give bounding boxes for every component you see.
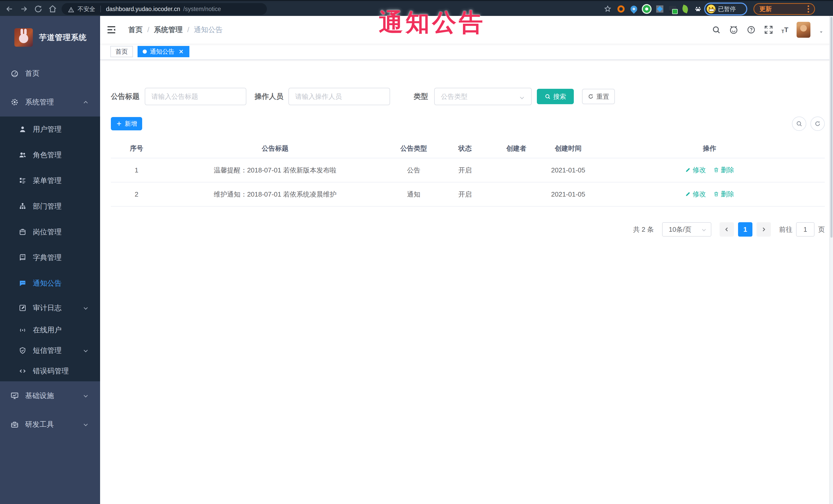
goto-page-input[interactable] (796, 222, 814, 237)
browser-forward-icon[interactable] (20, 5, 28, 13)
filter-title-input[interactable] (151, 93, 240, 101)
prev-page-button[interactable] (719, 222, 734, 237)
toggle-search-button[interactable] (792, 117, 806, 131)
page-unit-label: 页 (818, 225, 825, 234)
breadcrumb-separator: / (187, 26, 189, 34)
table-row: 1温馨提醒：2018-07-01 若依新版本发布啦公告开启2021-01-05修… (111, 158, 825, 182)
cell-status: 开启 (439, 182, 491, 206)
orange-ring-extension-icon[interactable] (617, 5, 625, 13)
paw-extension-icon[interactable] (694, 5, 702, 13)
app-logo[interactable]: 芋道管理系统 (0, 16, 100, 59)
search-icon[interactable] (712, 25, 721, 34)
cell-creator (491, 158, 542, 182)
filter-title-label: 公告标题 (111, 92, 140, 101)
gear-icon (10, 98, 19, 106)
sidebar-item-label: 用户管理 (33, 124, 62, 134)
breadcrumb-item-2[interactable]: 系统管理 (154, 25, 183, 34)
goto-label: 前往 (779, 225, 792, 234)
blue-diamond-extension-icon[interactable] (656, 5, 663, 13)
pencil-icon (685, 191, 691, 197)
sidebar-item-9[interactable]: 通知公告 (0, 270, 100, 296)
avatar[interactable] (796, 22, 810, 38)
proxy-switch-extension-icon[interactable] (669, 6, 676, 12)
sidebar-item-label: 首页 (25, 69, 40, 78)
delete-link[interactable]: 删除 (713, 190, 734, 199)
sidebar-item-2[interactable]: 系统管理 (0, 88, 100, 117)
cell-created: 2021-01-05 (542, 182, 594, 206)
refresh-table-button[interactable] (810, 117, 825, 131)
browser-profile-chip[interactable]: 已暂停 (704, 3, 747, 16)
sidebar-item-10[interactable]: 审计日志 (0, 296, 100, 320)
close-icon[interactable] (178, 48, 184, 55)
fullscreen-icon[interactable] (764, 25, 773, 34)
sidebar-nav: 首页系统管理用户管理角色管理菜单管理部门管理岗位管理字典管理通知公告审计日志在线… (0, 59, 100, 439)
breadcrumb-separator: / (147, 26, 149, 34)
reset-button[interactable]: 重置 (582, 89, 615, 104)
breadcrumb-item-1[interactable]: 首页 (128, 25, 143, 34)
tab-2[interactable]: 通知公告 (138, 46, 189, 57)
reset-button-label: 重置 (596, 92, 609, 101)
security-label[interactable]: 不安全 (77, 5, 95, 13)
browser-back-icon[interactable] (5, 5, 14, 13)
gauge-icon (10, 69, 19, 78)
edit-link[interactable]: 修改 (685, 190, 706, 199)
browser-update-button[interactable]: 更新 (754, 3, 815, 15)
sidebar-item-5[interactable]: 菜单管理 (0, 168, 100, 193)
table-column-header-6: 创建时间 (542, 139, 594, 158)
online-users-icon (19, 326, 27, 334)
filter-operator-input[interactable] (295, 93, 383, 101)
scrollbar-thumb[interactable] (830, 17, 832, 238)
sidebar-item-label: 在线用户 (33, 325, 62, 335)
sidebar-item-14[interactable]: 基础设施 (0, 381, 100, 410)
toolbox-icon (10, 420, 19, 429)
page-scrollbar[interactable] (829, 16, 833, 504)
sidebar-item-label: 审计日志 (33, 303, 62, 313)
breadcrumb-item-3: 通知公告 (194, 25, 223, 34)
notice-table: 序号公告标题公告类型状态创建者创建时间操作 1温馨提醒：2018-07-01 若… (111, 139, 825, 207)
current-page-button[interactable]: 1 (738, 222, 753, 237)
bookmark-star-icon[interactable] (603, 5, 612, 13)
sidebar-item-3[interactable]: 用户管理 (0, 117, 100, 142)
help-icon[interactable] (746, 25, 756, 34)
filter-type-placeholder: 公告类型 (441, 92, 468, 101)
sidebar-item-8[interactable]: 字典管理 (0, 245, 100, 270)
sidebar-item-13[interactable]: 错误码管理 (0, 361, 100, 381)
blue-drop-extension-icon[interactable] (629, 4, 639, 14)
sidebar-collapse-icon[interactable] (106, 25, 117, 35)
browser-reload-icon[interactable] (34, 5, 43, 13)
sidebar-item-1[interactable]: 首页 (0, 59, 100, 88)
user-menu-caret-icon[interactable] (818, 27, 824, 32)
url-bar[interactable]: 不安全 dashboard.yudao.iocoder.cn /system/n… (62, 3, 267, 15)
sidebar-item-4[interactable]: 角色管理 (0, 142, 100, 168)
pagination-total: 共 2 条 (633, 225, 654, 234)
edit-link[interactable]: 修改 (685, 166, 706, 174)
add-button[interactable]: 新增 (111, 117, 142, 130)
page-size-value: 10条/页 (669, 225, 691, 234)
sidebar-item-7[interactable]: 岗位管理 (0, 219, 100, 245)
browser-home-icon[interactable] (48, 5, 57, 13)
sidebar-item-label: 系统管理 (25, 97, 54, 107)
delete-link-label: 删除 (721, 190, 734, 199)
pagination: 共 2 条 10条/页 1 前往 页 (633, 222, 825, 237)
next-page-button[interactable] (757, 222, 771, 237)
sidebar-item-6[interactable]: 部门管理 (0, 193, 100, 219)
app-title: 芋道管理系统 (39, 32, 87, 43)
green-leaf-extension-icon[interactable] (681, 5, 689, 14)
green-circle-extension-icon[interactable] (643, 5, 650, 13)
browser-menu-icon[interactable] (808, 5, 809, 13)
cell-type: 通知 (388, 182, 439, 206)
tab-1[interactable]: 首页 (110, 46, 133, 57)
github-icon[interactable] (729, 25, 738, 34)
filter-type-select[interactable]: 公告类型 (434, 88, 532, 105)
sidebar-item-11[interactable]: 在线用户 (0, 320, 100, 340)
sidebar-item-12[interactable]: 短信管理 (0, 340, 100, 361)
font-size-icon[interactable]: TT (781, 25, 788, 34)
search-button[interactable]: 搜索 (537, 89, 574, 104)
table-column-header-2: 公告标题 (162, 139, 388, 158)
sidebar-item-15[interactable]: 研发工具 (0, 410, 100, 439)
delete-link[interactable]: 删除 (713, 166, 734, 174)
monitor-icon (10, 391, 19, 400)
chevron-down-icon (82, 305, 89, 311)
page-size-select[interactable]: 10条/页 (662, 222, 711, 237)
chevron-down-icon (82, 347, 89, 354)
